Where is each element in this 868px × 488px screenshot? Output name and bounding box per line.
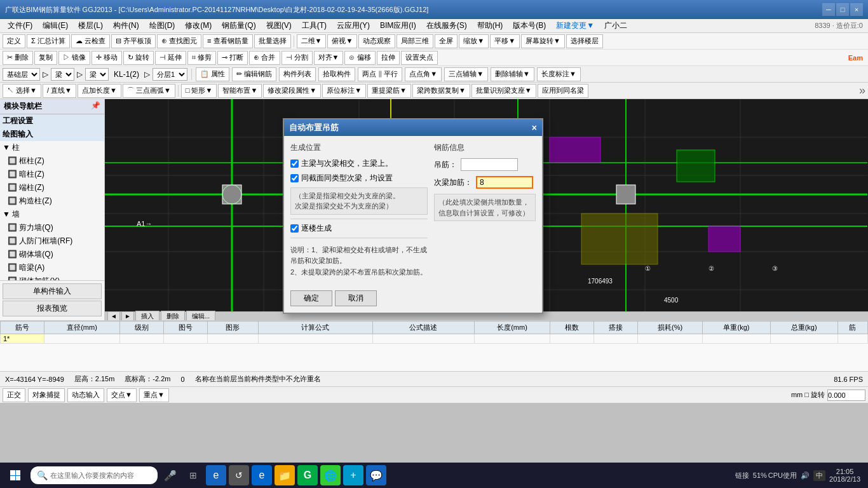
- tb-top-view[interactable]: 俯视▼: [327, 34, 357, 48]
- base-layer-select[interactable]: 基础层: [3, 68, 40, 81]
- menu-bim[interactable]: BIM应用(I): [375, 19, 421, 32]
- nav-insert[interactable]: 插入: [135, 311, 159, 321]
- ie-icon[interactable]: e: [206, 465, 226, 485]
- secondary-rebar-input[interactable]: [476, 176, 533, 189]
- nav-delete[interactable]: 删除: [161, 311, 185, 321]
- tb-screen-rotate[interactable]: 屏幕旋转▼: [521, 34, 565, 48]
- checkbox-same-section-input[interactable]: [290, 174, 299, 182]
- tree-wall[interactable]: ▼ 墙: [0, 208, 104, 221]
- tb-mirror[interactable]: ▷ 镜像: [58, 51, 90, 65]
- g-icon[interactable]: G: [297, 465, 318, 485]
- nav-pin-icon[interactable]: 📌: [91, 101, 100, 112]
- menu-version[interactable]: 版本号(B): [508, 19, 551, 32]
- tb-2d[interactable]: 二维▼: [297, 34, 327, 48]
- tree-civil-defense-wall[interactable]: 🔲 人防门框墙(RF): [0, 234, 104, 248]
- maximize-button[interactable]: □: [836, 3, 849, 16]
- tree-shear-wall[interactable]: 🔲 剪力墙(Q): [0, 221, 104, 234]
- tree-dark-col[interactable]: 🔲 暗柱(Z): [0, 168, 104, 181]
- tb-trim[interactable]: ⌗ 修剪: [187, 51, 216, 65]
- menu-rebar-qty[interactable]: 钢筋量(Q): [217, 19, 261, 32]
- menu-tools[interactable]: 工具(T): [297, 19, 332, 32]
- tb-edit-rebar[interactable]: ✏ 编辑钢筋: [232, 67, 276, 81]
- tb-offset[interactable]: ⊙ 偏移: [344, 51, 375, 65]
- canvas-area[interactable]: 1706493 4500 A1→ ① ② ③ 自动布置吊筋 × 生: [105, 99, 868, 320]
- tb-del-aux[interactable]: 删除辅轴▼: [491, 67, 534, 81]
- cell-bar-num[interactable]: 1*: [1, 334, 44, 344]
- tb-delete[interactable]: ✂ 删除: [3, 51, 33, 65]
- ime-indicator[interactable]: 中: [813, 470, 825, 481]
- menu-floor[interactable]: 楼层(L): [73, 19, 108, 32]
- tree-project-settings[interactable]: 工程设置: [0, 114, 104, 128]
- tb-select-floor[interactable]: 选择楼层: [566, 34, 603, 48]
- tb-centerpoint[interactable]: 重点▼: [139, 388, 169, 402]
- tb-re-extract[interactable]: 重提梁筋▼: [367, 84, 411, 98]
- tb-view-rebar[interactable]: ≡ 查看钢筋量: [203, 34, 252, 48]
- tb-rotate[interactable]: ↻ 旋转: [123, 51, 154, 65]
- tb-three-pt-aux[interactable]: 三点辅轴▼: [444, 67, 488, 81]
- close-button[interactable]: ×: [850, 3, 863, 16]
- tb-batch-select[interactable]: 批量选择: [254, 34, 291, 48]
- tb-snap[interactable]: 对象捕捉: [28, 388, 65, 402]
- comp-subtype-select[interactable]: 梁: [85, 68, 109, 81]
- menu-cloud[interactable]: 云应用(Y): [332, 19, 375, 32]
- tree-column[interactable]: ▼ 柱: [0, 141, 104, 154]
- menu-draw[interactable]: 绘图(D): [144, 19, 180, 32]
- tb-comp-list[interactable]: 构件列表: [279, 67, 316, 81]
- checkbox-main-secondary[interactable]: 主梁与次梁相交，主梁上。: [290, 158, 428, 169]
- tb-span-copy[interactable]: 梁跨数据复制▼: [412, 84, 470, 98]
- tb-break[interactable]: ⊸ 打断: [217, 51, 248, 65]
- app-blue-icon[interactable]: 💬: [366, 465, 386, 485]
- app-icon-green[interactable]: 🌐: [320, 465, 341, 485]
- tb-two-pt-parallel[interactable]: 两点 ‖ 平行: [358, 67, 402, 81]
- tb-set-grip[interactable]: 设置夹点: [401, 51, 438, 65]
- tb-select[interactable]: ↖ 选择▼: [3, 84, 41, 98]
- tb-copy[interactable]: 复制: [34, 51, 57, 65]
- comp-type-select[interactable]: 梁: [51, 68, 74, 81]
- tree-hidden-beam[interactable]: 🔲 暗梁(A): [0, 261, 104, 274]
- tb-stretch[interactable]: 拉伸: [377, 51, 400, 65]
- tb-split[interactable]: ⊣ 分割: [281, 51, 313, 65]
- dialog-cancel-button[interactable]: 取消: [335, 290, 377, 306]
- tb-align-top[interactable]: ⊟ 齐平板顶: [111, 34, 156, 48]
- tb-calculate[interactable]: Σ 汇总计算: [27, 34, 70, 48]
- menu-file[interactable]: 文件(F): [3, 19, 37, 32]
- start-button[interactable]: [3, 464, 28, 487]
- tb-zoom[interactable]: 缩放▼: [459, 34, 489, 48]
- tb-dynamic-input[interactable]: 动态输入: [67, 388, 104, 402]
- nav-next[interactable]: ►: [121, 311, 134, 320]
- menu-online[interactable]: 在线服务(S): [421, 19, 472, 32]
- tree-masonry-rebar[interactable]: 🔲 砌体加筋(Y): [0, 274, 104, 280]
- tb-pt-length[interactable]: 点加长度▼: [78, 84, 121, 98]
- menu-guangxiao[interactable]: 广小二: [599, 19, 632, 32]
- checkbox-floor-gen-input[interactable]: [290, 224, 299, 233]
- tb-find-element[interactable]: ⊕ 查找图元: [157, 34, 201, 48]
- tree-construct-col[interactable]: 🔲 构造柱(Z): [0, 194, 104, 208]
- dialog-title-bar[interactable]: 自动布置吊筋 ×: [284, 119, 542, 136]
- nav-prev[interactable]: ◄: [107, 311, 120, 320]
- tb-extend[interactable]: ⊣ 延伸: [155, 51, 186, 65]
- nav-edit[interactable]: 编辑...: [186, 311, 215, 321]
- tb-inplace-mark[interactable]: 原位标注▼: [322, 84, 366, 98]
- tb-dynamic-view[interactable]: 动态观察: [358, 34, 395, 48]
- tb-orthogonal[interactable]: 正交: [3, 388, 25, 402]
- refresh-icon[interactable]: ↺: [229, 465, 249, 485]
- tb-fullscreen[interactable]: 全屏: [435, 34, 458, 48]
- volume-icon[interactable]: 🔊: [801, 471, 810, 480]
- tree-masonry-wall[interactable]: 🔲 砌体墙(Q): [0, 248, 104, 261]
- menu-newchange[interactable]: 新建变更▼: [551, 19, 599, 32]
- tb-point-angle[interactable]: 点点角▼: [405, 67, 442, 81]
- tb-rect[interactable]: □ 矩形▼: [181, 84, 217, 98]
- tb-line[interactable]: / 直线▼: [43, 84, 76, 98]
- menu-component[interactable]: 构件(N): [108, 19, 144, 32]
- microphone-icon[interactable]: 🎤: [160, 465, 180, 485]
- tb-property[interactable]: 📋 属性: [196, 67, 229, 81]
- taskbar-search[interactable]: 🔍 在这里输入你要搜索的内容: [31, 466, 158, 484]
- checkbox-same-section[interactable]: 同截面同类型次梁，均设置: [290, 173, 428, 184]
- task-view-icon[interactable]: ⊞: [183, 465, 203, 485]
- tb-smart-arrange[interactable]: 智能布置▼: [218, 84, 262, 98]
- tb-local-3d[interactable]: 局部三维: [397, 34, 433, 48]
- tb-define[interactable]: 定义: [3, 34, 25, 48]
- tree-draw-input[interactable]: 绘图输入: [0, 128, 104, 141]
- tb-move[interactable]: ✛ 移动: [92, 51, 122, 65]
- btn-report-preview[interactable]: 报表预览: [3, 301, 102, 316]
